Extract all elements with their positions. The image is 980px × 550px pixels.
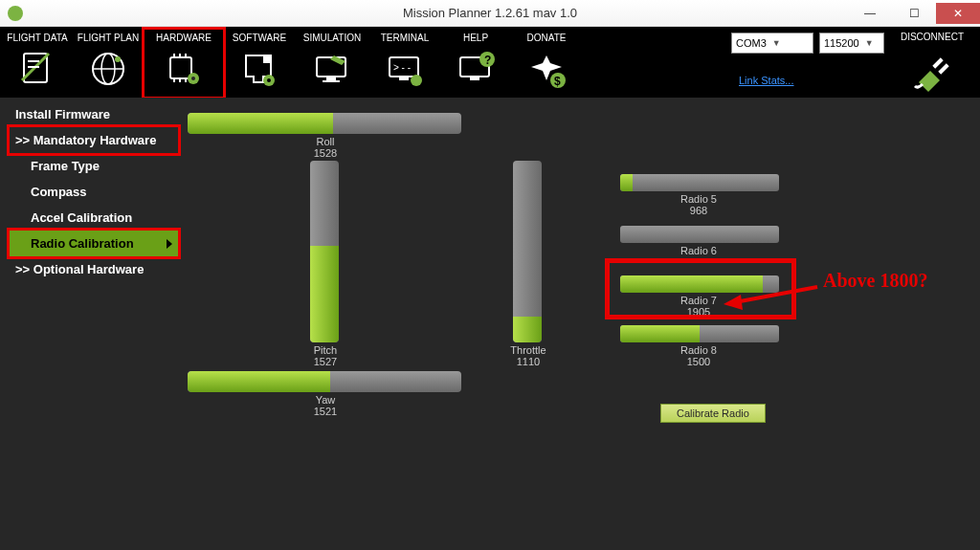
tab-software[interactable]: SOFTWARE	[224, 29, 295, 96]
tab-terminal[interactable]: TERMINAL > - -	[369, 29, 440, 96]
sidebar: Install Firmware >> Mandatory Hardware F…	[10, 101, 178, 282]
svg-rect-33	[932, 57, 943, 68]
sidebar-item-optional-hardware[interactable]: >> Optional Hardware	[10, 256, 178, 282]
annotation-text: Above 1800?	[823, 270, 927, 292]
roll-bar	[188, 113, 461, 134]
annotation-arrow-icon	[722, 281, 827, 319]
throttle-label: Throttle1110	[490, 344, 567, 367]
sidebar-item-mandatory-hardware[interactable]: >> Mandatory Hardware	[10, 127, 178, 153]
tab-donate[interactable]: DONATE $	[511, 29, 582, 96]
tab-flight-plan[interactable]: FLIGHT PLAN	[73, 29, 144, 96]
maximize-button[interactable]: ☐	[892, 3, 936, 24]
sidebar-item-accel-calibration[interactable]: Accel Calibration	[10, 205, 178, 231]
calibrate-radio-button[interactable]: Calibrate Radio	[660, 404, 766, 423]
sidebar-item-frame-type[interactable]: Frame Type	[10, 153, 178, 179]
com-port-select[interactable]: COM3▼	[731, 33, 813, 54]
chevron-down-icon: ▼	[772, 38, 781, 48]
svg-rect-22	[323, 80, 340, 82]
baud-rate-select[interactable]: 115200▼	[819, 33, 884, 54]
main-toolbar: FLIGHT DATA FLIGHT PLAN HARDWARE SOFTWAR…	[0, 27, 980, 98]
svg-rect-28	[470, 77, 479, 80]
svg-text:?: ?	[484, 54, 491, 67]
radio5-bar	[620, 174, 779, 191]
plug-icon	[909, 46, 955, 92]
throttle-bar	[513, 161, 542, 342]
svg-rect-17	[263, 55, 271, 63]
yaw-label: Yaw1521	[287, 394, 364, 417]
pitch-bar	[310, 161, 339, 342]
svg-rect-34	[938, 63, 948, 74]
software-icon	[238, 48, 280, 90]
main-panel: Install Firmware >> Mandatory Hardware F…	[0, 98, 980, 550]
simulation-icon	[311, 48, 353, 90]
radio6-bar	[620, 226, 779, 243]
donate-icon: $	[525, 48, 568, 90]
svg-rect-25	[399, 77, 409, 80]
help-icon: ?	[455, 48, 497, 90]
radio5-label: Radio 5968	[660, 193, 737, 216]
tab-help[interactable]: HELP ?	[440, 29, 511, 96]
svg-text:$: $	[554, 75, 561, 88]
sidebar-item-compass[interactable]: Compass	[10, 179, 178, 205]
svg-point-16	[191, 77, 195, 80]
pitch-label: Pitch1527	[287, 344, 364, 367]
title-bar: Mission Planner 1.2.61 mav 1.0 — ☐ ✕	[0, 0, 980, 27]
sidebar-item-install-firmware[interactable]: Install Firmware	[10, 101, 178, 127]
terminal-icon: > - -	[384, 48, 426, 90]
tab-hardware[interactable]: HARDWARE	[144, 29, 224, 98]
radio6-label: Radio 6	[660, 245, 737, 256]
svg-point-19	[267, 78, 271, 82]
svg-point-7	[115, 56, 121, 62]
svg-rect-8	[170, 57, 191, 78]
sidebar-item-radio-calibration[interactable]: Radio Calibration	[10, 231, 178, 256]
chevron-down-icon: ▼	[865, 38, 874, 48]
radio8-bar	[620, 325, 779, 342]
flight-data-icon	[16, 48, 58, 90]
window-title: Mission Planner 1.2.61 mav 1.0	[403, 6, 577, 20]
yaw-bar	[188, 371, 461, 392]
flight-plan-icon	[87, 48, 129, 90]
tab-simulation[interactable]: SIMULATION	[295, 29, 369, 96]
svg-text:> - -: > - -	[393, 62, 411, 73]
svg-marker-36	[724, 295, 743, 310]
close-button[interactable]: ✕	[936, 3, 980, 24]
svg-rect-21	[326, 77, 336, 80]
minimize-button[interactable]: —	[848, 3, 892, 24]
tab-flight-data[interactable]: FLIGHT DATA	[2, 29, 73, 96]
svg-point-26	[411, 75, 422, 86]
app-icon	[8, 6, 23, 21]
disconnect-button[interactable]: DISCONNECT	[886, 29, 978, 96]
link-stats-link[interactable]: Link Stats...	[739, 75, 793, 86]
roll-label: Roll1528	[287, 136, 364, 159]
svg-line-35	[735, 287, 817, 302]
radio8-label: Radio 81500	[660, 344, 737, 367]
hardware-icon	[163, 48, 205, 90]
